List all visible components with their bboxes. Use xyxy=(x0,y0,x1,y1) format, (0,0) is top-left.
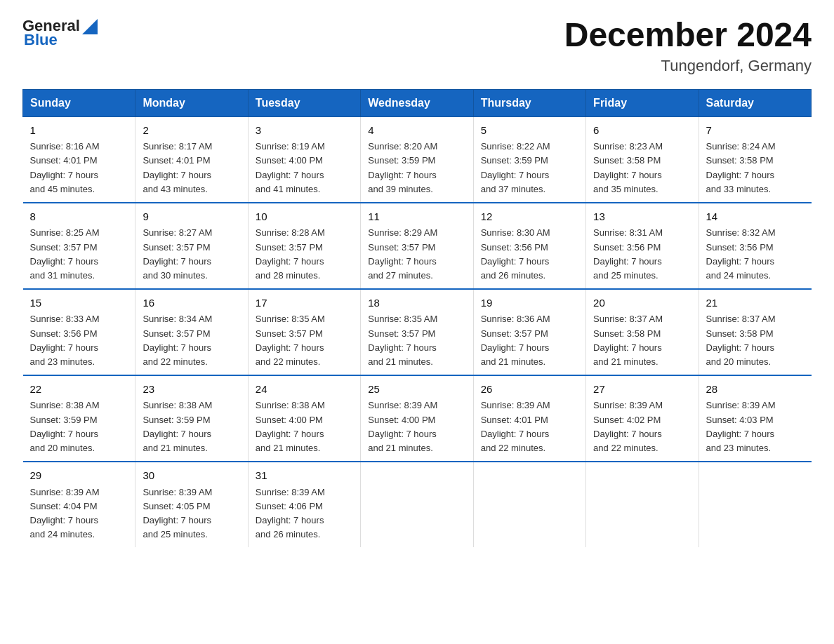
day-sun-info: Sunrise: 8:23 AM Sunset: 3:58 PM Dayligh… xyxy=(593,140,691,196)
calendar-cell: 6Sunrise: 8:23 AM Sunset: 3:58 PM Daylig… xyxy=(586,116,699,203)
weekday-header-sunday: Sunday xyxy=(23,89,135,116)
calendar-cell: 13Sunrise: 8:31 AM Sunset: 3:56 PM Dayli… xyxy=(586,203,699,289)
day-sun-info: Sunrise: 8:27 AM Sunset: 3:57 PM Dayligh… xyxy=(143,226,240,283)
calendar-cell xyxy=(699,462,811,547)
calendar-cell: 17Sunrise: 8:35 AM Sunset: 3:57 PM Dayli… xyxy=(248,289,360,375)
day-number: 17 xyxy=(256,295,353,311)
calendar-cell: 21Sunrise: 8:37 AM Sunset: 3:58 PM Dayli… xyxy=(699,289,811,375)
day-number: 26 xyxy=(481,382,578,398)
calendar-cell: 30Sunrise: 8:39 AM Sunset: 4:05 PM Dayli… xyxy=(135,462,248,547)
day-number: 15 xyxy=(30,295,128,311)
day-number: 10 xyxy=(256,209,353,225)
calendar-cell: 4Sunrise: 8:20 AM Sunset: 3:59 PM Daylig… xyxy=(361,116,473,203)
day-sun-info: Sunrise: 8:39 AM Sunset: 4:02 PM Dayligh… xyxy=(593,398,691,455)
day-sun-info: Sunrise: 8:24 AM Sunset: 3:58 PM Dayligh… xyxy=(706,140,805,196)
day-sun-info: Sunrise: 8:31 AM Sunset: 3:56 PM Dayligh… xyxy=(593,226,691,283)
day-sun-info: Sunrise: 8:34 AM Sunset: 3:57 PM Dayligh… xyxy=(143,312,240,369)
day-number: 5 xyxy=(481,123,578,139)
day-number: 24 xyxy=(256,382,353,398)
day-sun-info: Sunrise: 8:22 AM Sunset: 3:59 PM Dayligh… xyxy=(481,140,578,196)
day-sun-info: Sunrise: 8:20 AM Sunset: 3:59 PM Dayligh… xyxy=(368,140,465,196)
svg-marker-0 xyxy=(82,19,98,34)
calendar-cell: 29Sunrise: 8:39 AM Sunset: 4:04 PM Dayli… xyxy=(23,462,135,547)
day-sun-info: Sunrise: 8:39 AM Sunset: 4:06 PM Dayligh… xyxy=(256,485,353,542)
day-sun-info: Sunrise: 8:39 AM Sunset: 4:03 PM Dayligh… xyxy=(706,398,805,455)
day-sun-info: Sunrise: 8:39 AM Sunset: 4:00 PM Dayligh… xyxy=(368,398,465,455)
calendar-cell: 15Sunrise: 8:33 AM Sunset: 3:56 PM Dayli… xyxy=(23,289,135,375)
calendar-cell: 5Sunrise: 8:22 AM Sunset: 3:59 PM Daylig… xyxy=(473,116,585,203)
calendar-cell: 8Sunrise: 8:25 AM Sunset: 3:57 PM Daylig… xyxy=(23,203,135,289)
day-sun-info: Sunrise: 8:38 AM Sunset: 4:00 PM Dayligh… xyxy=(256,398,353,455)
calendar-cell: 9Sunrise: 8:27 AM Sunset: 3:57 PM Daylig… xyxy=(135,203,248,289)
day-number: 6 xyxy=(593,123,691,139)
calendar-cell: 31Sunrise: 8:39 AM Sunset: 4:06 PM Dayli… xyxy=(248,462,360,547)
day-number: 16 xyxy=(143,295,240,311)
calendar-cell: 24Sunrise: 8:38 AM Sunset: 4:00 PM Dayli… xyxy=(248,375,360,462)
calendar-cell: 2Sunrise: 8:17 AM Sunset: 4:01 PM Daylig… xyxy=(135,116,248,203)
day-sun-info: Sunrise: 8:36 AM Sunset: 3:57 PM Dayligh… xyxy=(481,312,578,369)
calendar-week-row: 1Sunrise: 8:16 AM Sunset: 4:01 PM Daylig… xyxy=(23,116,812,203)
calendar-cell: 26Sunrise: 8:39 AM Sunset: 4:01 PM Dayli… xyxy=(473,375,585,462)
day-number: 8 xyxy=(30,209,128,225)
weekday-header-monday: Monday xyxy=(135,89,248,116)
calendar-cell: 7Sunrise: 8:24 AM Sunset: 3:58 PM Daylig… xyxy=(699,116,811,203)
calendar-cell: 12Sunrise: 8:30 AM Sunset: 3:56 PM Dayli… xyxy=(473,203,585,289)
calendar-title: December 2024 xyxy=(564,17,812,54)
day-number: 28 xyxy=(706,382,805,398)
day-number: 22 xyxy=(30,382,128,398)
day-sun-info: Sunrise: 8:37 AM Sunset: 3:58 PM Dayligh… xyxy=(593,312,691,369)
day-number: 30 xyxy=(143,468,240,484)
page-header: General Blue December 2024 Tungendorf, G… xyxy=(22,17,812,75)
day-sun-info: Sunrise: 8:28 AM Sunset: 3:57 PM Dayligh… xyxy=(256,226,353,283)
weekday-header-tuesday: Tuesday xyxy=(248,89,360,116)
weekday-header-thursday: Thursday xyxy=(473,89,585,116)
calendar-cell: 16Sunrise: 8:34 AM Sunset: 3:57 PM Dayli… xyxy=(135,289,248,375)
day-sun-info: Sunrise: 8:30 AM Sunset: 3:56 PM Dayligh… xyxy=(481,226,578,283)
day-number: 21 xyxy=(706,295,805,311)
calendar-cell xyxy=(361,462,473,547)
day-sun-info: Sunrise: 8:39 AM Sunset: 4:01 PM Dayligh… xyxy=(481,398,578,455)
calendar-cell: 27Sunrise: 8:39 AM Sunset: 4:02 PM Dayli… xyxy=(586,375,699,462)
day-number: 29 xyxy=(30,468,128,484)
calendar-cell: 25Sunrise: 8:39 AM Sunset: 4:00 PM Dayli… xyxy=(361,375,473,462)
day-sun-info: Sunrise: 8:38 AM Sunset: 3:59 PM Dayligh… xyxy=(30,398,128,455)
weekday-header-saturday: Saturday xyxy=(699,89,811,116)
calendar-cell: 3Sunrise: 8:19 AM Sunset: 4:00 PM Daylig… xyxy=(248,116,360,203)
calendar-week-row: 8Sunrise: 8:25 AM Sunset: 3:57 PM Daylig… xyxy=(23,203,812,289)
day-number: 7 xyxy=(706,123,805,139)
day-sun-info: Sunrise: 8:35 AM Sunset: 3:57 PM Dayligh… xyxy=(256,312,353,369)
day-number: 20 xyxy=(593,295,691,311)
day-number: 25 xyxy=(368,382,465,398)
day-number: 2 xyxy=(143,123,240,139)
calendar-cell: 22Sunrise: 8:38 AM Sunset: 3:59 PM Dayli… xyxy=(23,375,135,462)
logo-blue-text: Blue xyxy=(24,31,58,49)
calendar-header: SundayMondayTuesdayWednesdayThursdayFrid… xyxy=(23,89,812,116)
calendar-cell: 14Sunrise: 8:32 AM Sunset: 3:56 PM Dayli… xyxy=(699,203,811,289)
day-sun-info: Sunrise: 8:37 AM Sunset: 3:58 PM Dayligh… xyxy=(706,312,805,369)
day-sun-info: Sunrise: 8:39 AM Sunset: 4:05 PM Dayligh… xyxy=(143,485,240,542)
calendar-cell: 18Sunrise: 8:35 AM Sunset: 3:57 PM Dayli… xyxy=(361,289,473,375)
title-block: December 2024 Tungendorf, Germany xyxy=(564,17,812,75)
calendar-cell: 23Sunrise: 8:38 AM Sunset: 3:59 PM Dayli… xyxy=(135,375,248,462)
day-number: 4 xyxy=(368,123,465,139)
day-sun-info: Sunrise: 8:29 AM Sunset: 3:57 PM Dayligh… xyxy=(368,226,465,283)
day-number: 18 xyxy=(368,295,465,311)
day-sun-info: Sunrise: 8:35 AM Sunset: 3:57 PM Dayligh… xyxy=(368,312,465,369)
weekday-header-row: SundayMondayTuesdayWednesdayThursdayFrid… xyxy=(23,89,812,116)
calendar-location: Tungendorf, Germany xyxy=(564,57,812,75)
day-sun-info: Sunrise: 8:33 AM Sunset: 3:56 PM Dayligh… xyxy=(30,312,128,369)
day-number: 11 xyxy=(368,209,465,225)
day-sun-info: Sunrise: 8:25 AM Sunset: 3:57 PM Dayligh… xyxy=(30,226,128,283)
day-number: 13 xyxy=(593,209,691,225)
weekday-header-wednesday: Wednesday xyxy=(361,89,473,116)
calendar-cell: 10Sunrise: 8:28 AM Sunset: 3:57 PM Dayli… xyxy=(248,203,360,289)
day-sun-info: Sunrise: 8:32 AM Sunset: 3:56 PM Dayligh… xyxy=(706,226,805,283)
calendar-cell xyxy=(473,462,585,547)
day-number: 3 xyxy=(256,123,353,139)
day-number: 14 xyxy=(706,209,805,225)
day-number: 31 xyxy=(256,468,353,484)
logo: General Blue xyxy=(22,17,98,49)
day-number: 1 xyxy=(30,123,128,139)
day-sun-info: Sunrise: 8:16 AM Sunset: 4:01 PM Dayligh… xyxy=(30,140,128,196)
day-number: 19 xyxy=(481,295,578,311)
